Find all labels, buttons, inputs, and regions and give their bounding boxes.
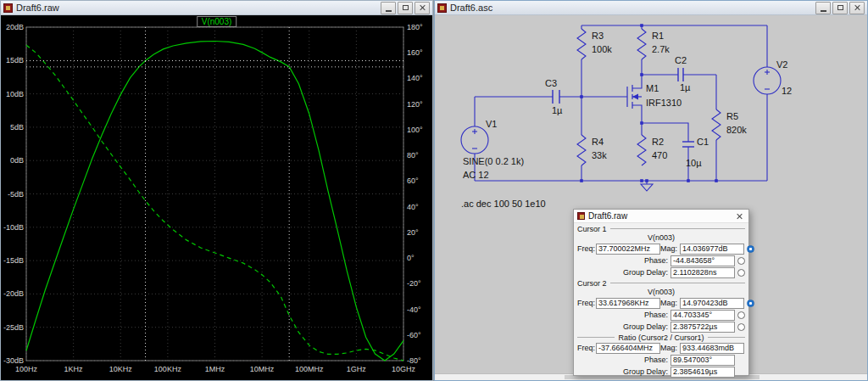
svg-text:140°: 140° bbox=[407, 74, 423, 82]
label-R1-value[interactable]: 2.7k bbox=[652, 44, 670, 54]
ltspice-icon bbox=[437, 3, 447, 13]
svg-text:0dB: 0dB bbox=[10, 156, 24, 165]
svg-text:-20°: -20° bbox=[407, 279, 421, 288]
close-icon bbox=[419, 4, 426, 11]
svg-text:100Hz: 100Hz bbox=[15, 365, 38, 373]
label-R2-value[interactable]: 470 bbox=[652, 150, 667, 160]
cursor1-group-delay-radio[interactable] bbox=[737, 269, 745, 277]
svg-text:10GHz: 10GHz bbox=[392, 365, 416, 373]
minimize-icon bbox=[821, 10, 826, 12]
label-V2-name[interactable]: V2 bbox=[776, 59, 787, 70]
label-R4-value[interactable]: 33k bbox=[592, 150, 607, 160]
cursor2-section-header: Cursor 2 bbox=[577, 278, 745, 288]
minimize-button[interactable] bbox=[815, 2, 831, 14]
label-C1-value[interactable]: 10µ bbox=[686, 158, 702, 168]
svg-text:-60°: -60° bbox=[407, 331, 421, 339]
phase-label: Phase: bbox=[644, 311, 670, 319]
cursor1-phase-radio[interactable] bbox=[737, 257, 745, 265]
schematic-canvas[interactable]: R3 100k R1 2.7k C2 1µ V2 12 C3 1µ M1 IRF… bbox=[435, 15, 867, 380]
minimize-icon bbox=[386, 10, 392, 12]
cursor-dialog-close-button[interactable] bbox=[733, 211, 745, 221]
svg-text:-5dB: -5dB bbox=[8, 190, 24, 199]
phase-label: Phase: bbox=[644, 356, 670, 364]
svg-text:-20dB: -20dB bbox=[3, 289, 24, 298]
group-delay-label: Group Delay: bbox=[623, 268, 670, 277]
resistor-R2[interactable] bbox=[637, 135, 646, 165]
capacitor-C1[interactable] bbox=[682, 142, 694, 147]
capacitor-C3[interactable] bbox=[553, 90, 559, 104]
label-V1-value2[interactable]: AC 12 bbox=[463, 170, 489, 180]
label-V2-value[interactable]: 12 bbox=[782, 86, 792, 96]
svg-text:-30dB: -30dB bbox=[3, 356, 24, 365]
capacitor-C2[interactable] bbox=[678, 68, 683, 81]
svg-text:15dB: 15dB bbox=[6, 56, 24, 64]
label-R3-name[interactable]: R3 bbox=[592, 31, 604, 41]
label-R5-value[interactable]: 820k bbox=[726, 125, 747, 135]
cursor2-group-delay-radio[interactable] bbox=[737, 323, 745, 331]
cursor1-mag-radio[interactable] bbox=[747, 245, 754, 253]
minimize-button[interactable] bbox=[381, 2, 396, 14]
group-delay-label: Group Delay: bbox=[623, 367, 670, 376]
resistor-R4[interactable] bbox=[577, 135, 586, 165]
cursor-dialog-title: Draft6.raw bbox=[588, 211, 627, 221]
ratio-section-header: Ratio (Cursor2 / Cursor1) bbox=[577, 333, 745, 342]
ratio-group-delay-field: 2.3854619µs bbox=[670, 367, 735, 378]
resistor-R5[interactable] bbox=[712, 109, 721, 140]
ratio-phase-field: 89.547003° bbox=[670, 355, 735, 366]
cursor-dialog-titlebar[interactable]: Draft6.raw bbox=[574, 210, 748, 223]
label-R2-name[interactable]: R2 bbox=[652, 137, 664, 147]
waveform-window-title: Draft6.raw bbox=[16, 3, 59, 13]
label-C3-value[interactable]: 1µ bbox=[552, 105, 562, 115]
label-M1-value[interactable]: IRF1310 bbox=[646, 98, 682, 108]
svg-text:180°: 180° bbox=[407, 23, 423, 31]
voltage-source-V1[interactable] bbox=[461, 126, 488, 154]
svg-text:1MHz: 1MHz bbox=[205, 365, 225, 373]
trace-label[interactable]: V(n003) bbox=[197, 16, 237, 27]
label-C3-name[interactable]: C3 bbox=[545, 78, 557, 88]
svg-text:160°: 160° bbox=[407, 48, 423, 57]
cursor2-group-delay-field: 2.3875722µs bbox=[670, 322, 735, 333]
waveform-titlebar[interactable]: Draft6.raw bbox=[1, 1, 432, 15]
resistor-R3[interactable] bbox=[577, 29, 586, 59]
maximize-button[interactable] bbox=[398, 2, 413, 14]
svg-text:100MHz: 100MHz bbox=[295, 365, 324, 373]
voltage-source-V2[interactable] bbox=[754, 67, 781, 94]
close-button[interactable] bbox=[849, 2, 865, 14]
ground-symbol[interactable] bbox=[641, 184, 653, 191]
svg-text:10MHz: 10MHz bbox=[250, 365, 275, 373]
label-C1-name[interactable]: C1 bbox=[697, 137, 709, 147]
svg-text:-40°: -40° bbox=[407, 305, 421, 314]
label-C2-name[interactable]: C2 bbox=[675, 55, 687, 65]
label-R3-value[interactable]: 100k bbox=[592, 44, 612, 54]
axis-labels: 20dB15dB10dB5dB0dB-5dB-10dB-15dB-20dB-25… bbox=[3, 23, 423, 373]
label-R1-name[interactable]: R1 bbox=[652, 31, 664, 41]
waveform-window: Draft6.raw V(n003) 20dB15dB10dB5dB0dB-5d… bbox=[0, 0, 433, 381]
label-C2-value[interactable]: 1µ bbox=[680, 82, 690, 92]
svg-text:100°: 100° bbox=[407, 126, 423, 134]
label-V1-value[interactable]: SINE(0 0.2 1k) bbox=[463, 156, 524, 166]
spice-directive[interactable]: .ac dec 100 50 1e10 bbox=[461, 199, 546, 209]
label-M1-name[interactable]: M1 bbox=[646, 83, 659, 93]
cursor2-mag-radio[interactable] bbox=[747, 300, 754, 307]
svg-text:1GHz: 1GHz bbox=[347, 365, 367, 373]
bode-plot-area[interactable]: V(n003) 20dB15dB10dB5dB0dB-5dB-10dB-15dB… bbox=[1, 15, 432, 380]
schematic-window-title: Draft6.asc bbox=[450, 3, 492, 13]
ratio-mag-field: 933.44683mdB bbox=[680, 343, 744, 354]
resistor-R1[interactable] bbox=[637, 29, 646, 59]
cursor2-freq-field: 33.617968KHz bbox=[596, 298, 660, 309]
svg-text:5dB: 5dB bbox=[10, 123, 24, 132]
svg-text:10KHz: 10KHz bbox=[109, 365, 133, 373]
maximize-button[interactable] bbox=[832, 2, 848, 14]
label-R4-name[interactable]: R4 bbox=[592, 137, 604, 147]
maximize-icon bbox=[403, 5, 409, 10]
svg-text:-25dB: -25dB bbox=[3, 323, 24, 332]
label-V1-name[interactable]: V1 bbox=[486, 119, 497, 129]
cursor2-phase-radio[interactable] bbox=[737, 311, 745, 319]
group-delay-label: Group Delay: bbox=[623, 322, 670, 331]
close-button[interactable] bbox=[415, 2, 430, 14]
close-icon bbox=[854, 4, 860, 11]
grid-lines bbox=[26, 27, 403, 361]
bode-plot-svg[interactable]: 20dB15dB10dB5dB0dB-5dB-10dB-15dB-20dB-25… bbox=[1, 15, 432, 380]
schematic-titlebar[interactable]: Draft6.asc bbox=[435, 1, 867, 15]
label-R5-name[interactable]: R5 bbox=[726, 111, 738, 121]
